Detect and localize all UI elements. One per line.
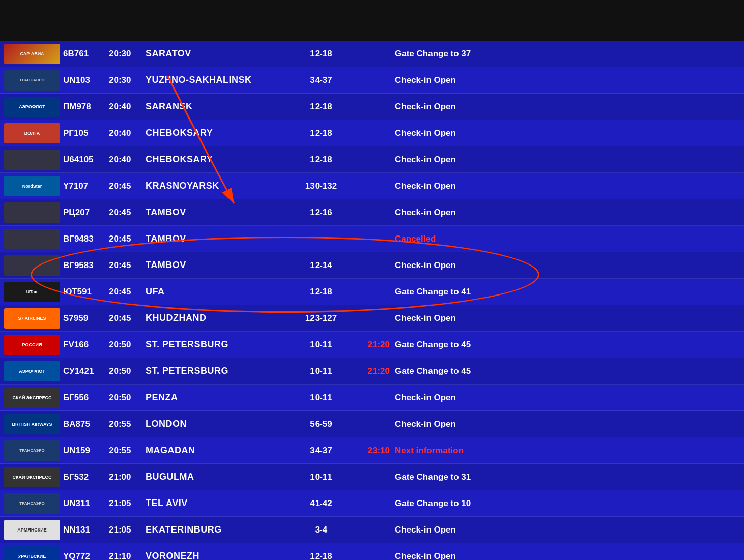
flight-status: Next information: [390, 446, 740, 456]
flight-row: ВГ958320:45TAMBOV12-14Check-in Open: [0, 252, 744, 279]
flight-row: NordStarY710720:45KRASNOYARSK130-132Chec…: [0, 173, 744, 199]
flight-status: Check-in Open: [390, 551, 740, 561]
flight-number: Y7107: [63, 181, 109, 191]
airline-logo: СКАЙ ЭКСПРЕСС: [4, 388, 60, 408]
flight-time: 20:45: [109, 287, 146, 297]
flight-row: УРАЛЬСКИЕYQ77221:10VORONEZH12-18Check-in…: [0, 543, 744, 560]
airline-logo: BRITISH AIRWAYS: [4, 414, 60, 434]
flight-status: Check-in Open: [390, 208, 740, 218]
flight-row: РОССИЯFV16620:50ST. PETERSBURG10-1121:20…: [0, 332, 744, 358]
airline-logo: [4, 202, 60, 223]
flight-checkin-desks: 12-18: [293, 155, 349, 165]
flight-row: АЭРОФЛОТПМ97820:40SARANSK12-18Check-in O…: [0, 94, 744, 120]
flight-destination: LONDON: [146, 419, 293, 429]
flight-checkin-desks: 12-18: [293, 287, 349, 297]
flight-number: БГ532: [63, 472, 109, 482]
flight-destination: TAMBOV: [146, 260, 293, 271]
flight-checkin-desks: 12-18: [293, 49, 349, 59]
flights-table: САР АВИА6В76120:30SARATOV12-18Gate Chang…: [0, 41, 744, 560]
flight-row: BRITISH AIRWAYSBA87520:55LONDON56-59Chec…: [0, 411, 744, 437]
flight-time: 20:45: [109, 234, 146, 244]
top-banner: [0, 0, 744, 41]
flight-checkin-desks: 10-11: [293, 366, 349, 376]
flight-checkin-desks: 12-16: [293, 208, 349, 218]
flight-number: UN159: [63, 446, 109, 456]
flight-destination: MAGADAN: [146, 445, 293, 456]
flight-time: 21:05: [109, 498, 146, 509]
flight-row: ТРАНСАЭРОUN15920:55MAGADAN34-3723:10Next…: [0, 437, 744, 464]
flight-number: СУ1421: [63, 366, 109, 376]
flight-row: ТРАНСАЭРОUN10320:30YUZHNO-SAKHALINSK34-3…: [0, 67, 744, 94]
flight-checkin-desks: 123-127: [293, 313, 349, 323]
flight-destination: PENZA: [146, 392, 293, 403]
flight-number: РГ105: [63, 128, 109, 138]
flight-status: Gate Change to 37: [390, 49, 740, 59]
airline-logo: NordStar: [4, 176, 60, 196]
flight-destination: VORONEZH: [146, 551, 293, 560]
flight-number: S7959: [63, 313, 109, 323]
flight-status: Gate Change to 45: [390, 366, 740, 376]
flight-destination: SARANSK: [146, 101, 293, 112]
flight-extra-time: 21:20: [349, 340, 390, 350]
airline-logo: ТРАНСАЭРО: [4, 70, 60, 91]
flight-time: 20:50: [109, 340, 146, 350]
flight-checkin-desks: 12-18: [293, 102, 349, 112]
airline-logo: АРМЯНСКИЕ: [4, 520, 60, 540]
airline-logo: АЭРОФЛОТ: [4, 361, 60, 381]
flight-destination: KHUDZHAND: [146, 313, 293, 323]
flight-number: UN311: [63, 498, 109, 509]
flight-time: 20:40: [109, 155, 146, 165]
flight-time: 20:40: [109, 128, 146, 138]
flight-time: 21:05: [109, 525, 146, 535]
flight-status: Check-in Open: [390, 155, 740, 165]
airline-logo: СКАЙ ЭКСПРЕСС: [4, 467, 60, 487]
airline-logo: САР АВИА: [4, 44, 60, 64]
flight-row: ТРАНСАЭРОUN31121:05TEL AVIV41-42Gate Cha…: [0, 490, 744, 517]
flight-status: Check-in Open: [390, 128, 740, 138]
flight-time: 20:50: [109, 366, 146, 376]
flight-checkin-desks: 56-59: [293, 419, 349, 429]
flight-status: Check-in Open: [390, 525, 740, 535]
flight-status: Gate Change to 45: [390, 340, 740, 350]
flight-number: UN103: [63, 75, 109, 85]
flight-number: 6В761: [63, 49, 109, 59]
flight-number: ВГ9483: [63, 234, 109, 244]
flight-checkin-desks: 12-14: [293, 260, 349, 271]
flight-time: 20:45: [109, 181, 146, 191]
flight-time: 20:30: [109, 75, 146, 85]
flight-time: 20:45: [109, 208, 146, 218]
flight-extra-time: 21:20: [349, 366, 390, 376]
flight-row: U6410520:40CHEBOKSARY12-18Check-in Open: [0, 146, 744, 173]
flight-destination: CHEBOKSARY: [146, 154, 293, 165]
flight-number: РЦ207: [63, 208, 109, 218]
flight-number: BA875: [63, 419, 109, 429]
flight-destination: BUGULMA: [146, 471, 293, 482]
flight-destination: TEL AVIV: [146, 498, 293, 509]
flight-status: Check-in Open: [390, 102, 740, 112]
flight-checkin-desks: 12-18: [293, 551, 349, 561]
flight-row: ВГ948320:45TAMBOVCancelled: [0, 226, 744, 252]
airline-logo: [4, 229, 60, 249]
flight-number: U64105: [63, 155, 109, 165]
flight-time: 20:55: [109, 419, 146, 429]
flight-number: ЮТ591: [63, 287, 109, 297]
flight-number: ПМ978: [63, 102, 109, 112]
flight-number: БГ556: [63, 393, 109, 403]
flight-board: САР АВИА6В76120:30SARATOV12-18Gate Chang…: [0, 41, 744, 560]
flight-destination: CHEBOKSARY: [146, 128, 293, 138]
flight-row: СКАЙ ЭКСПРЕССБГ55620:50PENZA10-11Check-i…: [0, 385, 744, 411]
flight-status: Gate Change to 31: [390, 472, 740, 482]
flight-destination: ST. PETERSBURG: [146, 366, 293, 376]
flight-checkin-desks: 130-132: [293, 181, 349, 191]
flight-checkin-desks: 34-37: [293, 446, 349, 456]
flight-status: Check-in Open: [390, 393, 740, 403]
airline-logo: UTair: [4, 282, 60, 302]
flight-destination: TAMBOV: [146, 207, 293, 218]
flight-extra-time: 23:10: [349, 446, 390, 456]
flight-destination: KRASNOYARSK: [146, 181, 293, 191]
flight-status: Check-in Open: [390, 75, 740, 85]
airline-logo: [4, 255, 60, 276]
flight-destination: TAMBOV: [146, 233, 293, 244]
flight-destination: EKATERINBURG: [146, 524, 293, 535]
flight-checkin-desks: 10-11: [293, 340, 349, 350]
